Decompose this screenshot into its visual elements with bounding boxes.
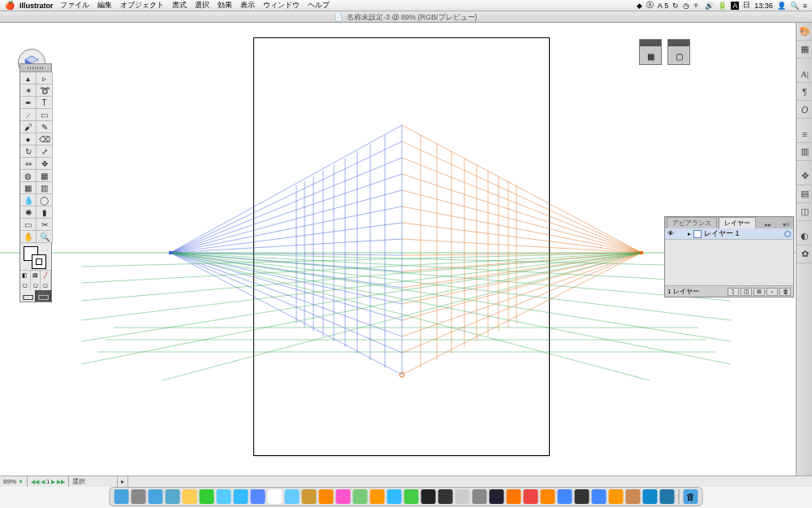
notification-icon[interactable]: A 5: [658, 2, 669, 10]
wifi-icon[interactable]: ᯤ: [693, 2, 701, 10]
tab-layers[interactable]: レイヤー: [719, 217, 756, 228]
tool-blend[interactable]: ◯: [37, 194, 53, 206]
menu-effect[interactable]: 効果: [218, 0, 232, 11]
menu-object[interactable]: オブジェクト: [120, 0, 164, 11]
tool-rectangle[interactable]: ▭: [37, 109, 53, 121]
pathfinder-panel-icon[interactable]: ◫: [797, 203, 812, 221]
character-panel-icon[interactable]: A|: [797, 65, 812, 83]
tool-paintbrush[interactable]: 🖌: [20, 121, 37, 133]
dock-terminal[interactable]: [421, 489, 436, 504]
spotlight-icon[interactable]: 🔍: [790, 2, 799, 10]
paragraph-panel-icon[interactable]: ¶: [797, 83, 812, 101]
tool-selection[interactable]: ▴: [20, 72, 37, 85]
tool-blob-brush[interactable]: ●: [20, 133, 37, 145]
tool-slice[interactable]: ✂: [37, 219, 53, 231]
dock-textedit[interactable]: [456, 489, 470, 504]
tool-free-transform[interactable]: ✥: [37, 158, 53, 170]
symbols-panel-icon[interactable]: ✿: [797, 245, 812, 263]
dock-mail[interactable]: [166, 489, 180, 504]
dock-excel[interactable]: [660, 489, 675, 504]
tool-pencil[interactable]: ✎: [37, 121, 53, 133]
layer-target-icon[interactable]: [784, 231, 791, 237]
align-panel-icon[interactable]: ▤: [797, 185, 812, 203]
tool-eraser[interactable]: ⌫: [37, 133, 53, 145]
color-panel-icon[interactable]: 🎨: [797, 23, 812, 41]
menu-extra-icon[interactable]: ◆: [637, 2, 642, 10]
tool-perspective-grid[interactable]: ▦: [37, 170, 53, 182]
tool-line[interactable]: ⟋: [20, 109, 37, 121]
text-input-icon[interactable]: A: [731, 2, 739, 10]
menu-help[interactable]: ヘルプ: [308, 0, 330, 11]
transparency-panel-icon[interactable]: ◐: [797, 228, 812, 245]
dock-chrome[interactable]: [524, 489, 538, 504]
dock-itunes[interactable]: [336, 489, 351, 504]
dock-photoshop[interactable]: [626, 489, 641, 504]
panel-collapse-icon[interactable]: ▸▸: [762, 221, 775, 228]
tool-mesh[interactable]: ▦: [20, 182, 37, 194]
new-layer-icon[interactable]: ▫: [767, 288, 778, 296]
apple-menu[interactable]: 🍎: [5, 1, 15, 10]
none-mode-icon[interactable]: ╱: [41, 271, 51, 280]
volume-icon[interactable]: 🔊: [705, 2, 714, 10]
dock-preview[interactable]: [285, 489, 300, 504]
status-menu-icon[interactable]: ▸: [118, 476, 128, 487]
tools-panel-grip[interactable]: [20, 64, 51, 72]
tool-hand[interactable]: ✋: [20, 231, 37, 243]
tool-artboard[interactable]: ▭: [20, 219, 37, 231]
tool-rotate[interactable]: ↻: [20, 145, 37, 158]
panel-menu-icon[interactable]: ▾≡: [780, 221, 793, 228]
dock-ibooks[interactable]: [370, 489, 385, 504]
sync-icon[interactable]: ↻: [672, 2, 679, 10]
tool-eyedropper[interactable]: 💧: [20, 194, 37, 206]
dock-facetime[interactable]: [404, 489, 419, 504]
gradient-panel-icon[interactable]: ▥: [797, 143, 812, 161]
stroke-panel-icon[interactable]: ≡: [797, 125, 812, 143]
dock-reminders[interactable]: [319, 489, 334, 504]
screen-mode-full-icon[interactable]: ▭: [36, 290, 51, 302]
opentype-panel-icon[interactable]: O: [797, 101, 812, 119]
dock-safari[interactable]: [149, 489, 163, 504]
dock-twitter[interactable]: [217, 489, 231, 504]
adobe-updater-icon[interactable]: Ⓐ: [646, 0, 654, 11]
gradient-mode-icon[interactable]: ▤: [31, 271, 41, 280]
tool-magic-wand[interactable]: ✶: [20, 85, 37, 97]
tool-gradient[interactable]: ▥: [37, 182, 53, 194]
stroke-swatch[interactable]: [32, 254, 46, 269]
dock-settings[interactable]: [473, 489, 487, 504]
visibility-icon[interactable]: 👁: [667, 230, 675, 238]
tool-shape-builder[interactable]: ◍: [20, 170, 37, 182]
user-icon[interactable]: 👤: [777, 2, 786, 10]
zoom-field[interactable]: 89%▼: [0, 476, 28, 487]
dock-bridge[interactable]: [609, 489, 624, 504]
delete-layer-icon[interactable]: 🗑: [780, 288, 791, 296]
dock-activity[interactable]: [438, 489, 453, 504]
menu-view[interactable]: 表示: [240, 0, 255, 11]
locate-object-icon[interactable]: ⤵: [728, 288, 739, 296]
dock-messages[interactable]: [387, 489, 402, 504]
tool-column-graph[interactable]: ▮: [37, 206, 53, 219]
new-sublayer-icon[interactable]: ⊞: [754, 288, 765, 296]
dock-vlc[interactable]: [507, 489, 521, 504]
dock-firefox[interactable]: [541, 489, 555, 504]
tool-pen[interactable]: ✒: [20, 97, 37, 109]
tool-scale[interactable]: ⤢: [37, 145, 53, 158]
transform-panel-icon[interactable]: ✥: [797, 167, 812, 185]
menu-window[interactable]: ウィンドウ: [263, 0, 300, 11]
layer-row[interactable]: 👁 ▸ レイヤー 1: [665, 228, 793, 240]
layer-name[interactable]: レイヤー 1: [704, 228, 740, 239]
dock-unity[interactable]: [575, 489, 590, 504]
menu-file[interactable]: ファイル: [60, 0, 89, 11]
dock-launchpad[interactable]: [132, 489, 146, 504]
app-name[interactable]: Illustrator: [19, 2, 54, 10]
dock-illustrator[interactable]: [592, 489, 607, 504]
menu-select[interactable]: 選択: [195, 0, 209, 11]
make-clipping-mask-icon[interactable]: ◫: [741, 288, 752, 296]
dock-finder[interactable]: [114, 489, 129, 504]
tool-width[interactable]: ⇔: [20, 158, 37, 170]
battery-icon[interactable]: 🔋: [718, 2, 727, 10]
tool-direct-selection[interactable]: ▹: [37, 72, 53, 85]
dock-word[interactable]: [643, 489, 658, 504]
fill-stroke-swatch[interactable]: [20, 243, 51, 271]
layer-disclosure-icon[interactable]: ▸: [688, 231, 691, 237]
menu-type[interactable]: 書式: [172, 0, 187, 11]
